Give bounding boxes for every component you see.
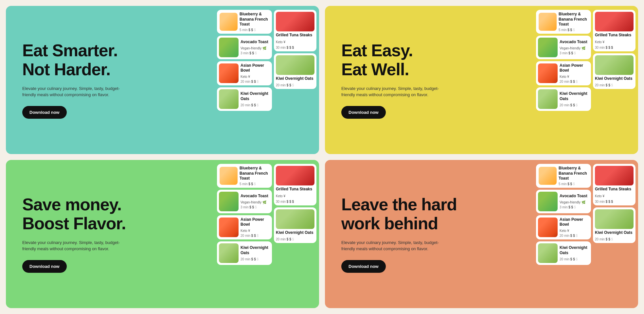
bowl-thumb-peach <box>538 218 558 237</box>
oats-thumb-peach <box>538 243 558 263</box>
avocado-thumb-teal <box>219 38 239 57</box>
card-teal-download-btn[interactable]: Download now <box>22 106 67 119</box>
card-peach-headline: Leave the hard work behind <box>341 195 517 233</box>
tuna-card-peach: Grilled Tuna Steaks Keto ¥ 30 min $ $ $ <box>593 164 635 205</box>
tuna-thumb-yellow <box>595 12 634 31</box>
card-green: Save money. Boost Flavor. Elevate your c… <box>6 160 319 308</box>
card-yellow-left: Eat Easy. Eat Well. Elevate your culinar… <box>325 6 533 154</box>
avocado-info-yellow: Avocado Toast Vegan-friendly 🌿 3 min $ $… <box>560 40 587 55</box>
oats-card-peach: Kiwi Overnight Oats 20 min $ $ $ <box>536 241 591 265</box>
col-right-teal: Grilled Tuna Steaks Keto ¥ 30 min $ $ $ … <box>274 10 316 150</box>
bowl-card-green: Asian Power Bowl Keto ¥ 20 min $ $ $ <box>217 215 272 239</box>
card-peach-download-btn[interactable]: Download now <box>341 260 386 273</box>
oats-info-teal: Kiwi Overnight Oats 20 min $ $ $ <box>241 91 270 107</box>
blueberry-thumb-peach <box>539 167 557 185</box>
avocado-thumb-yellow <box>538 38 558 57</box>
oats-card-right-green: Kiwi Overnight Oats 20 min $ $ $ <box>274 207 316 243</box>
tuna-card-green: Grilled Tuna Steaks Keto ¥ 30 min $ $ $ <box>274 164 316 205</box>
oats-card-yellow: Kiwi Overnight Oats 20 min $ $ $ <box>536 87 591 111</box>
avocado-thumb-peach <box>538 192 558 211</box>
avocado-card-green: Avocado Toast Vegan-friendly 🌿 3 min $ $… <box>217 190 272 213</box>
card-teal-left: Eat Smarter. Not Harder. Elevate your cu… <box>6 6 214 154</box>
bowl-card-yellow: Asian Power Bowl Keto ¥ 20 min $ $ $ <box>536 61 591 85</box>
bowl-info-teal: Asian Power Bowl Keto ¥ 20 min $ $ $ <box>241 63 270 83</box>
card-yellow: Eat Easy. Eat Well. Elevate your culinar… <box>325 6 638 154</box>
col-right-green: Grilled Tuna Steaks Keto ¥ 30 min $ $ $ … <box>274 164 316 304</box>
blueberry-thumb-teal <box>220 13 238 31</box>
blueberry-info-teal: Blueberry & Banana French Toast 5 min $ … <box>240 12 269 32</box>
avocado-card-peach: Avocado Toast Vegan-friendly 🌿 3 min $ $… <box>536 190 591 213</box>
avocado-info-green: Avocado Toast Vegan-friendly 🌿 3 min $ $… <box>241 194 268 209</box>
bowl-card-teal: Asian Power Bowl Keto ¥ 20 min $ $ $ <box>217 61 272 85</box>
col-left-green: Blueberry & Banana French Toast 5 min $ … <box>217 164 272 304</box>
blueberry-thumb-green <box>220 167 238 185</box>
col-left-teal: Blueberry & Banana French Toast 5 min $ … <box>217 10 272 150</box>
oats-card-right-teal: Kiwi Overnight Oats 20 min $ $ $ <box>274 53 316 89</box>
blueberry-card-green: Blueberry & Banana French Toast 5 min $ … <box>217 164 272 188</box>
tuna-card-yellow: Grilled Tuna Steaks Keto ¥ 30 min $ $ $ <box>593 10 635 51</box>
bowl-thumb-green <box>219 218 239 237</box>
card-yellow-headline: Eat Easy. Eat Well. <box>341 41 517 78</box>
blueberry-card-teal: Blueberry & Banana French Toast 5 min $ … <box>217 10 272 34</box>
oats-thumb-right-peach <box>595 209 634 229</box>
bowl-info-peach: Asian Power Bowl Keto ¥ 20 min $ $ $ <box>560 217 589 237</box>
card-green-recipes: Blueberry & Banana French Toast 5 min $ … <box>214 160 319 308</box>
bowl-thumb-teal <box>219 63 239 83</box>
oats-card-green: Kiwi Overnight Oats 20 min $ $ $ <box>217 241 272 265</box>
bowl-thumb-yellow <box>538 63 558 83</box>
oats-thumb-yellow <box>538 89 558 109</box>
card-teal-recipes: Blueberry & Banana French Toast 5 min $ … <box>214 6 319 154</box>
blueberry-info-peach: Blueberry & Banana French Toast 5 min $ … <box>559 166 588 186</box>
card-yellow-download-btn[interactable]: Download now <box>341 106 386 119</box>
col-right-peach: Grilled Tuna Steaks Keto ¥ 30 min $ $ $ … <box>593 164 635 304</box>
card-peach-recipes: Blueberry & Banana French Toast 5 min $ … <box>533 160 638 308</box>
card-green-left: Save money. Boost Flavor. Elevate your c… <box>6 160 214 308</box>
card-yellow-subtext: Elevate your culinary journey. Simple, t… <box>341 85 439 98</box>
col-left-yellow: Blueberry & Banana French Toast 5 min $ … <box>536 10 591 150</box>
blueberry-meta-teal: 5 min $ $ $ <box>240 28 269 32</box>
oats-thumb-teal <box>219 89 239 109</box>
card-yellow-recipes: Blueberry & Banana French Toast 5 min $ … <box>533 6 638 154</box>
bowl-info-yellow: Asian Power Bowl Keto ¥ 20 min $ $ $ <box>560 63 589 83</box>
tuna-card-teal: Grilled Tuna Steaks Keto ¥ 30 min $ $ $ <box>274 10 316 51</box>
avocado-card-yellow: Avocado Toast Vegan-friendly 🌿 3 min $ $… <box>536 36 591 59</box>
col-left-peach: Blueberry & Banana French Toast 5 min $ … <box>536 164 591 304</box>
blueberry-card-yellow: Blueberry & Banana French Toast 5 min $ … <box>536 10 591 34</box>
blueberry-card-peach: Blueberry & Banana French Toast 5 min $ … <box>536 164 591 188</box>
oats-card-right-yellow: Kiwi Overnight Oats 20 min $ $ $ <box>593 53 635 89</box>
oats-info-green: Kiwi Overnight Oats 20 min $ $ $ <box>241 245 270 261</box>
blueberry-info-yellow: Blueberry & Banana French Toast 5 min $ … <box>559 12 588 32</box>
avocado-card-teal: Avocado Toast Vegan-friendly 🌿 3 min $ $… <box>217 36 272 59</box>
oats-card-teal: Kiwi Overnight Oats 20 min $ $ $ <box>217 87 272 111</box>
tuna-thumb-peach <box>595 166 634 185</box>
col-right-yellow: Grilled Tuna Steaks Keto ¥ 30 min $ $ $ … <box>593 10 635 150</box>
card-peach-left: Leave the hard work behind Elevate your … <box>325 160 533 308</box>
blueberry-thumb-yellow <box>539 13 557 31</box>
card-teal: Eat Smarter. Not Harder. Elevate your cu… <box>6 6 319 154</box>
oats-thumb-right-green <box>276 209 314 229</box>
card-teal-subtext: Elevate your culinary journey. Simple, t… <box>22 85 120 98</box>
avocado-thumb-green <box>219 192 239 211</box>
card-green-download-btn[interactable]: Download now <box>22 260 67 273</box>
tuna-thumb-green <box>276 166 314 185</box>
oats-card-right-peach: Kiwi Overnight Oats 20 min $ $ $ <box>593 207 635 243</box>
oats-info-yellow: Kiwi Overnight Oats 20 min $ $ $ <box>560 91 589 107</box>
oats-info-peach: Kiwi Overnight Oats 20 min $ $ $ <box>560 245 589 261</box>
card-peach: Leave the hard work behind Elevate your … <box>325 160 638 308</box>
oats-thumb-right-yellow <box>595 55 634 75</box>
tuna-thumb-teal <box>276 12 314 31</box>
card-green-subtext: Elevate your culinary journey. Simple, t… <box>22 239 120 252</box>
card-teal-headline: Eat Smarter. Not Harder. <box>22 41 198 78</box>
avocado-info-peach: Avocado Toast Vegan-friendly 🌿 3 min $ $… <box>560 194 587 209</box>
avocado-info-teal: Avocado Toast Vegan-friendly 🌿 3 min $ $… <box>241 40 268 55</box>
blueberry-name-teal: Blueberry & Banana French Toast <box>240 12 269 27</box>
oats-thumb-right-teal <box>276 55 314 75</box>
card-green-headline: Save money. Boost Flavor. <box>22 195 198 233</box>
blueberry-info-green: Blueberry & Banana French Toast 5 min $ … <box>240 166 269 186</box>
bowl-card-peach: Asian Power Bowl Keto ¥ 20 min $ $ $ <box>536 215 591 239</box>
card-peach-subtext: Elevate your culinary journey. Simple, t… <box>341 239 439 252</box>
oats-thumb-green <box>219 243 239 263</box>
bowl-info-green: Asian Power Bowl Keto ¥ 20 min $ $ $ <box>241 217 270 237</box>
